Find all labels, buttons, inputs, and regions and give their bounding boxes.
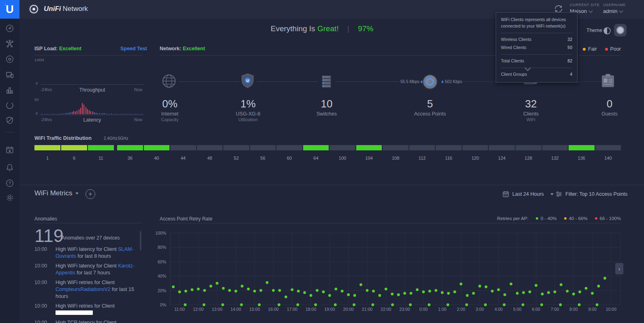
- legend-label: 40 - 66%: [569, 216, 588, 221]
- retry-rate-point: [578, 291, 581, 293]
- sidebar-item-topology-icon[interactable]: [5, 39, 14, 48]
- anomaly-text-segment: for last 8 hours: [76, 253, 111, 259]
- anomaly-text: High WiFi retries for Client: [56, 303, 141, 317]
- node-label: Switches: [298, 111, 355, 117]
- alerts-icon: [5, 163, 14, 172]
- status-dot-icon: [583, 48, 586, 51]
- retry-rate-point: [385, 288, 387, 291]
- sidebar: :U ?: [0, 0, 19, 323]
- add-metric-button[interactable]: +: [86, 189, 95, 199]
- band-5-label: 5GHz: [118, 136, 128, 141]
- retry-rate-point: [403, 292, 406, 295]
- latency-axis: [41, 115, 144, 115]
- globe-icon[interactable]: [160, 73, 178, 91]
- latency-bar: [134, 114, 135, 115]
- channel-label: 52: [223, 156, 249, 160]
- legend-item: 40 - 66%: [564, 216, 588, 221]
- guests-icon[interactable]: [600, 73, 616, 90]
- x-axis-tick: 9:00: [584, 307, 601, 312]
- client-link[interactable]: CompteursRadiationsV2: [56, 287, 111, 292]
- latency-bar: [101, 113, 102, 114]
- channel-100-bar: [329, 145, 355, 150]
- light-theme-icon[interactable]: [603, 26, 612, 35]
- x-axis-tick: 8:00: [565, 307, 582, 312]
- x-axis-tick: 11:00: [171, 307, 188, 312]
- wifi-metrics-dropdown[interactable]: WiFi Metrics: [34, 189, 79, 197]
- username-dropdown[interactable]: USERNAME admin: [603, 3, 626, 14]
- wifi-clients-tooltip: WiFi Clients represents all devices conn…: [496, 12, 578, 83]
- time-range-dropdown[interactable]: Last 24 Hours: [503, 191, 554, 197]
- x-axis-tick: 17:00: [283, 307, 301, 312]
- throughput-ymax: 146M: [34, 58, 44, 62]
- x-axis-tick: 2:00: [452, 307, 470, 312]
- channel-128-bar: [516, 145, 541, 150]
- sidebar-item-help-icon[interactable]: ?: [5, 179, 14, 188]
- gateway-shield-icon[interactable]: U: [239, 73, 257, 93]
- latency-ymax: 50: [34, 97, 39, 102]
- x-axis-tick: 18:00: [302, 307, 320, 312]
- retry-rate-point: [596, 304, 599, 306]
- retry-rate-point: [378, 294, 381, 297]
- retry-rate-point: [203, 304, 205, 306]
- clients-icon: [5, 71, 14, 79]
- retry-rate-point: [528, 291, 531, 293]
- retry-rate-point: [454, 291, 456, 293]
- retry-rate-point: [535, 284, 537, 287]
- retry-rate-point: [197, 288, 200, 291]
- sidebar-item-statistics-icon[interactable]: [5, 86, 14, 95]
- channel-label: 36: [117, 156, 143, 160]
- legend-title: Retries per AP:: [497, 216, 528, 221]
- retry-rate-point: [353, 294, 356, 297]
- dark-theme-button[interactable]: [614, 24, 627, 36]
- channel-108-bar: [383, 145, 409, 150]
- latency-bar: [63, 113, 64, 114]
- switch-icon[interactable]: [317, 73, 335, 92]
- sidebar-item-events-icon[interactable]: [5, 145, 14, 154]
- legend-dot-icon: [564, 217, 567, 220]
- retry-rate-point: [541, 293, 544, 295]
- sidebar-item-alerts-icon[interactable]: [5, 163, 14, 172]
- node-label: Access Points: [402, 111, 458, 117]
- latency-bar: [47, 114, 48, 115]
- collapse-chevron-icon[interactable]: [524, 67, 531, 72]
- chevron-down-icon: [75, 193, 79, 195]
- tooltip-row-label: Total Clients: [501, 58, 524, 64]
- ubiquiti-logo[interactable]: :U: [0, 0, 19, 19]
- anomaly-item: 10:00High WiFi retries for Client: [34, 303, 141, 317]
- tooltip-row: Total Clients82: [501, 58, 572, 64]
- retry-rate-point: [591, 292, 594, 295]
- latency-bar: [99, 113, 100, 114]
- legend-item: 66 - 100%: [595, 216, 621, 221]
- sidebar-item-dashboard-icon[interactable]: [5, 24, 14, 33]
- retry-rate-point: [334, 304, 337, 306]
- sidebar-item-devices-icon[interactable]: [5, 55, 14, 64]
- retry-rate-point: [585, 287, 588, 290]
- svg-text:U: U: [246, 79, 249, 83]
- anomaly-text: High WiFi latency for Client SLAM-Ouvran…: [56, 246, 141, 260]
- sidebar-item-threat-management-icon[interactable]: [5, 116, 14, 125]
- channel-44-bar: [170, 145, 196, 150]
- retry-rate-point: [266, 281, 269, 284]
- tooltip-row-value: 32: [567, 36, 572, 43]
- latency-bar: [42, 114, 43, 115]
- filter-sliders-icon: [556, 191, 562, 197]
- sidebar-item-clients-icon[interactable]: [5, 71, 14, 79]
- sidebar-item-settings-icon[interactable]: [5, 193, 14, 202]
- retry-rate-point: [359, 283, 362, 286]
- scroll-next-button[interactable]: ›: [615, 263, 623, 274]
- retry-rate-point: [441, 291, 444, 294]
- filter-control[interactable]: Filter: Top 10 Access Points: [556, 191, 627, 197]
- retry-rate-point: [310, 294, 312, 297]
- speed-test-link[interactable]: Speed Test: [120, 46, 147, 51]
- retry-rate-point: [328, 294, 331, 297]
- retry-rate-point: [316, 289, 319, 292]
- channel-140-bar: [595, 145, 621, 150]
- retry-rate-point: [303, 291, 306, 294]
- sidebar-item-insights-icon[interactable]: [5, 101, 14, 110]
- legend-label: Poor: [610, 46, 621, 52]
- anomaly-item: 10:00High WiFi latency for Client Karotz…: [34, 263, 141, 276]
- access-point-icon[interactable]: [421, 73, 439, 93]
- latency-bar: [94, 112, 95, 114]
- retry-rate-point: [334, 288, 337, 291]
- channel-label: 132: [542, 156, 568, 160]
